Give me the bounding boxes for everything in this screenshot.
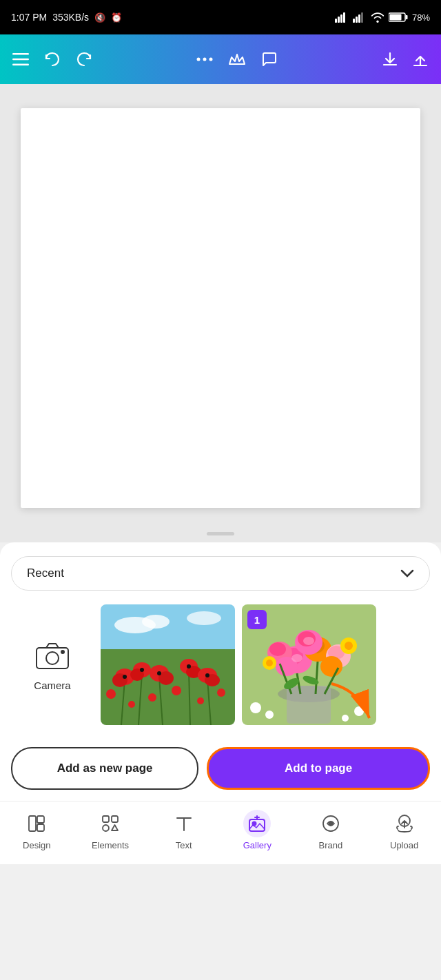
menu-icon[interactable] [12, 53, 29, 65]
add-to-page-button[interactable]: Add to page [207, 747, 430, 790]
toolbar-left [12, 52, 92, 67]
svg-point-42 [148, 693, 156, 702]
elements-icon [98, 811, 123, 836]
status-bar: 1:07 PM 353KB/s 🔇 ⏰ [0, 0, 441, 34]
gallery-icon [245, 811, 269, 836]
nav-label-upload: Upload [390, 840, 418, 850]
redo-icon[interactable] [76, 52, 92, 67]
svg-point-47 [123, 675, 127, 679]
camera-label: Camera [34, 680, 70, 691]
svg-rect-93 [249, 819, 265, 831]
svg-point-24 [187, 611, 221, 625]
toolbar-center [196, 51, 278, 68]
svg-rect-87 [103, 816, 109, 822]
nav-item-gallery[interactable]: Gallery [233, 811, 281, 850]
svg-point-50 [187, 664, 191, 668]
svg-rect-85 [37, 816, 44, 823]
svg-point-96 [329, 822, 332, 826]
nav-label-text: Text [176, 840, 192, 850]
toolbar [0, 34, 441, 84]
svg-rect-4 [353, 19, 355, 23]
photo-thumb-roses[interactable]: 1 [242, 604, 376, 725]
svg-rect-2 [340, 14, 342, 23]
network-speed: 353KB/s [52, 12, 89, 23]
mute-icon: 🔇 [94, 12, 105, 23]
svg-point-44 [217, 688, 225, 697]
signal2-icon [353, 12, 367, 23]
canvas-area [0, 84, 441, 525]
svg-rect-13 [12, 64, 29, 66]
page-dot [207, 532, 234, 535]
svg-rect-9 [389, 14, 401, 21]
camera-button[interactable]: Camera [11, 604, 94, 725]
svg-point-43 [172, 686, 181, 695]
svg-point-53 [250, 702, 261, 713]
photo-thumb-poppies[interactable] [101, 604, 235, 725]
svg-point-74 [266, 660, 273, 666]
status-right: 78% [335, 12, 430, 23]
time: 1:07 PM [11, 12, 47, 23]
nav-label-elements: Elements [92, 840, 129, 850]
svg-rect-5 [356, 17, 358, 23]
svg-point-69 [320, 656, 342, 677]
svg-point-76 [303, 637, 314, 645]
svg-rect-7 [361, 12, 363, 23]
svg-point-19 [46, 652, 59, 664]
nav-item-upload[interactable]: Upload [380, 811, 429, 850]
signal-icon [335, 12, 349, 23]
nav-label-brand: Brand [319, 840, 343, 850]
dropdown-label: Recent [27, 566, 64, 580]
toolbar-right [382, 51, 429, 68]
svg-point-89 [103, 825, 109, 831]
comment-icon[interactable] [261, 51, 278, 68]
add-new-page-button[interactable]: Add as new page [11, 747, 198, 790]
recent-dropdown[interactable]: Recent [11, 556, 430, 591]
more-icon[interactable] [196, 57, 213, 61]
svg-point-48 [140, 668, 144, 672]
svg-point-20 [61, 651, 64, 653]
media-grid: Camera [11, 604, 430, 736]
svg-rect-3 [343, 12, 345, 23]
svg-rect-0 [335, 19, 337, 23]
svg-rect-1 [338, 17, 340, 23]
nav-label-gallery: Gallery [243, 840, 271, 850]
page-indicator [0, 525, 441, 542]
svg-rect-6 [358, 14, 360, 23]
svg-rect-86 [37, 824, 44, 831]
undo-icon[interactable] [44, 52, 61, 67]
nav-item-elements[interactable]: Elements [86, 811, 134, 850]
selection-badge: 1 [247, 610, 267, 629]
chevron-down-icon [400, 569, 414, 578]
svg-point-46 [197, 697, 204, 704]
svg-rect-84 [29, 816, 36, 831]
text-icon [172, 811, 196, 836]
svg-point-51 [205, 673, 209, 677]
battery-icon [389, 12, 408, 22]
svg-rect-25 [101, 649, 235, 725]
svg-point-23 [142, 615, 170, 629]
camera-icon [35, 638, 70, 673]
svg-rect-88 [112, 816, 118, 822]
svg-point-15 [203, 58, 207, 61]
svg-point-75 [291, 654, 302, 662]
svg-point-45 [128, 701, 135, 708]
nav-item-design[interactable]: Design [12, 811, 61, 850]
upload-icon [392, 811, 417, 836]
svg-marker-90 [112, 825, 118, 830]
nav-item-brand[interactable]: Brand [307, 811, 355, 850]
crown-icon[interactable] [228, 52, 246, 67]
svg-point-49 [157, 671, 161, 675]
svg-point-41 [106, 689, 116, 699]
svg-rect-12 [12, 59, 29, 61]
design-icon [24, 811, 49, 836]
svg-rect-11 [12, 53, 29, 55]
share-icon[interactable] [412, 51, 429, 68]
nav-item-text[interactable]: Text [160, 811, 208, 850]
download-icon[interactable] [382, 51, 398, 68]
arrow-overlay [325, 677, 376, 725]
brand-icon [318, 811, 343, 836]
svg-point-54 [265, 711, 274, 719]
svg-point-64 [269, 642, 286, 656]
alarm-icon: ⏰ [111, 12, 122, 23]
action-buttons: Add as new page Add to page [11, 736, 430, 801]
